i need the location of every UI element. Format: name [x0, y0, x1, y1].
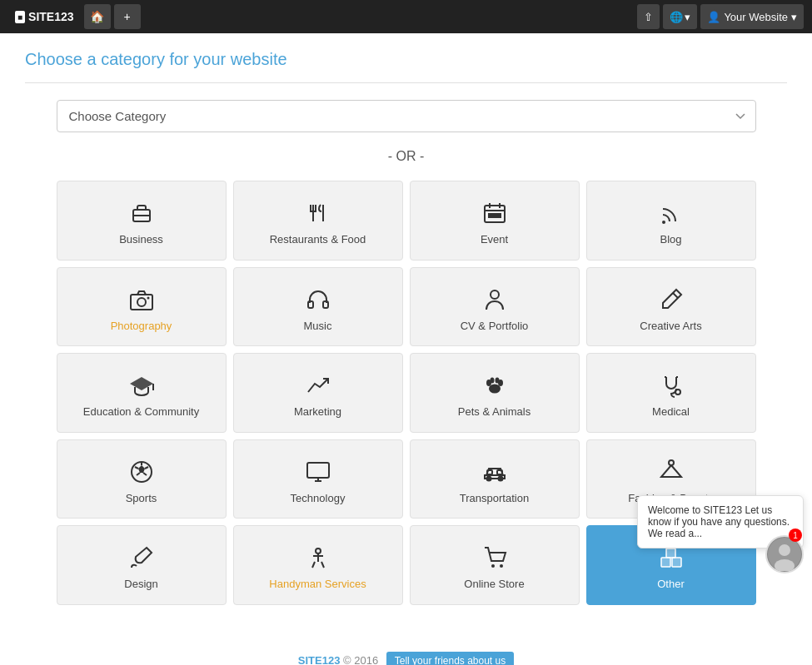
- category-label-handyman-services: Handyman Services: [269, 578, 366, 591]
- share-icon: ⇧: [644, 11, 653, 23]
- category-label-other: Other: [657, 578, 685, 591]
- svg-rect-40: [497, 470, 502, 474]
- tell-friends-button[interactable]: Tell your friends about us: [386, 652, 514, 665]
- category-item-education-community[interactable]: Education & Community: [57, 353, 227, 433]
- car-icon: [481, 459, 508, 485]
- category-label-online-store: Online Store: [464, 578, 524, 591]
- category-item-transportation[interactable]: Transportation: [410, 439, 580, 519]
- category-label-pets-animals: Pets & Animals: [458, 405, 531, 419]
- category-item-sports[interactable]: Sports: [57, 439, 227, 519]
- brush-icon: [128, 544, 155, 571]
- navbar-right: ⇧ 🌐 ▾ 👤 Your Website ▾: [637, 4, 804, 29]
- svg-rect-10: [493, 214, 496, 217]
- svg-point-17: [491, 290, 499, 299]
- svg-point-25: [495, 378, 499, 384]
- category-label-education-community: Education & Community: [83, 405, 199, 419]
- category-item-design[interactable]: Design: [57, 525, 227, 605]
- person-icon: [481, 286, 508, 313]
- svg-line-35: [135, 467, 138, 469]
- rss-icon: [658, 200, 685, 226]
- svg-point-45: [500, 564, 503, 568]
- headphones-icon: [305, 286, 331, 313]
- category-label-design: Design: [124, 578, 157, 591]
- svg-point-24: [490, 378, 494, 384]
- category-item-event[interactable]: Event: [410, 181, 580, 261]
- svg-rect-11: [497, 214, 501, 217]
- svg-line-33: [143, 473, 147, 475]
- category-label-creative-arts: Creative Arts: [640, 320, 701, 333]
- category-item-business[interactable]: Business: [57, 181, 227, 261]
- brand-name: SITE123: [28, 10, 73, 23]
- brand-logo: ■ SITE123: [8, 10, 81, 23]
- category-item-handyman-services[interactable]: Handyman Services: [233, 525, 403, 605]
- svg-rect-46: [661, 558, 670, 567]
- cart-icon: [481, 544, 508, 571]
- pencil-icon: [658, 286, 685, 313]
- globe-button[interactable]: 🌐 ▾: [663, 4, 697, 29]
- svg-rect-9: [489, 214, 492, 217]
- footer: SITE123 © 2016 Tell your friends about u…: [0, 638, 812, 665]
- svg-rect-48: [666, 548, 675, 558]
- home-button[interactable]: 🏠: [84, 4, 111, 29]
- category-item-technology[interactable]: Technology: [233, 439, 403, 519]
- calendar-icon: [481, 200, 508, 226]
- svg-point-42: [498, 476, 502, 480]
- your-website-button[interactable]: 👤 Your Website ▾: [700, 4, 804, 29]
- svg-rect-12: [131, 295, 152, 310]
- globe-icon: 🌐: [670, 11, 683, 23]
- soccer-icon: [128, 459, 155, 485]
- category-item-cv-portfolio[interactable]: CV & Portfolio: [410, 267, 580, 347]
- svg-point-21: [489, 385, 501, 394]
- plus-button[interactable]: +: [114, 4, 141, 29]
- category-label-music: Music: [304, 320, 332, 333]
- svg-point-41: [486, 476, 491, 480]
- category-item-pets-animals[interactable]: Pets & Animals: [410, 353, 580, 433]
- category-label-marketing: Marketing: [294, 405, 341, 419]
- user-icon: 👤: [707, 11, 720, 23]
- graduation-icon: [128, 372, 155, 399]
- share-button[interactable]: ⇧: [637, 4, 660, 29]
- svg-line-18: [673, 293, 678, 298]
- brand-icon: ■: [15, 11, 25, 23]
- category-label-technology: Technology: [291, 492, 346, 505]
- svg-rect-39: [487, 470, 492, 474]
- paw-icon: [481, 372, 508, 399]
- category-item-music[interactable]: Music: [233, 267, 403, 347]
- category-label-restaurants-food: Restaurants & Food: [270, 233, 366, 246]
- category-item-marketing[interactable]: Marketing: [233, 353, 403, 433]
- svg-line-34: [137, 473, 140, 475]
- camera-icon: [128, 286, 155, 313]
- handyman-icon: [305, 544, 331, 571]
- svg-point-28: [675, 390, 680, 395]
- svg-rect-47: [672, 558, 681, 567]
- food-icon: [305, 200, 331, 226]
- svg-rect-36: [307, 463, 329, 478]
- category-label-transportation: Transportation: [460, 492, 529, 505]
- hanger-icon: [658, 459, 685, 485]
- svg-line-32: [145, 467, 148, 469]
- category-dropdown[interactable]: Choose Category: [57, 100, 756, 132]
- chat-message: Welcome to SITE123 Let us know if you ha…: [648, 504, 790, 539]
- category-label-cv-portfolio: CV & Portfolio: [461, 320, 529, 333]
- svg-point-50: [779, 544, 790, 556]
- briefcase-icon: [128, 200, 155, 226]
- svg-point-44: [491, 564, 495, 568]
- stethoscope-icon: [658, 372, 685, 399]
- category-item-online-store[interactable]: Online Store: [410, 525, 580, 605]
- category-item-photography[interactable]: Photography: [57, 267, 227, 347]
- svg-marker-19: [130, 377, 153, 390]
- category-item-blog[interactable]: Blog: [586, 181, 756, 261]
- chart-icon: [305, 372, 331, 399]
- category-label-event: Event: [481, 233, 508, 246]
- category-item-restaurants-food[interactable]: Restaurants & Food: [233, 181, 403, 261]
- navbar: ■ SITE123 🏠 + ⇧ 🌐 ▾ 👤 Your Website ▾: [0, 0, 812, 33]
- cubes-icon: [658, 544, 685, 571]
- category-label-medical: Medical: [652, 405, 690, 419]
- chat-badge: 1: [789, 529, 802, 542]
- category-item-creative-arts[interactable]: Creative Arts: [586, 267, 756, 347]
- chevron-down-icon-2: ▾: [791, 11, 797, 23]
- avatar-image: [768, 538, 801, 571]
- category-label-business: Business: [119, 233, 163, 246]
- footer-copyright: © 2016: [343, 654, 378, 665]
- category-item-medical[interactable]: Medical: [586, 353, 756, 433]
